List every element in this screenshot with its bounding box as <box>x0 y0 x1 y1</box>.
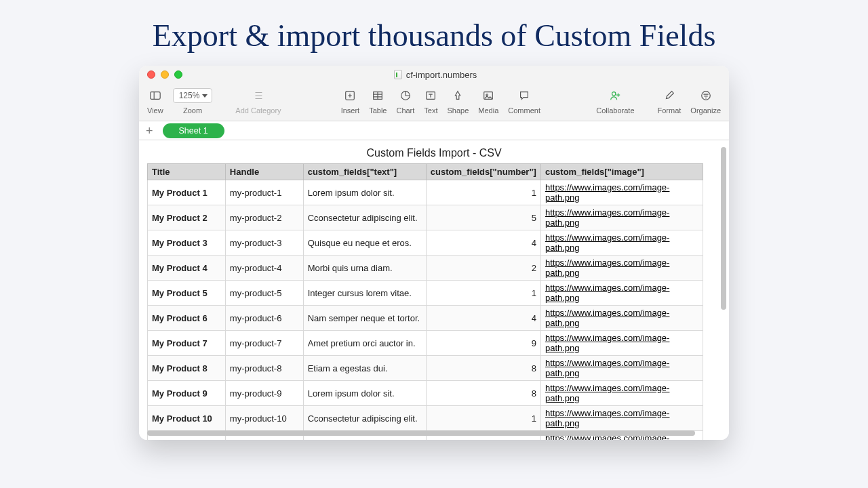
cell-image-link[interactable]: https://www.images.com/image-path.png <box>540 205 703 230</box>
col-header[interactable]: Title <box>148 164 226 180</box>
collaborate-label: Collaborate <box>596 106 634 115</box>
cell-title[interactable]: My Product 2 <box>148 205 226 230</box>
cell-title[interactable]: My Product 10 <box>148 406 226 431</box>
cell-image-link[interactable]: https://www.images.com/image-path.png <box>540 180 703 205</box>
col-header[interactable]: custom_fields["text"] <box>303 164 426 180</box>
cell-text[interactable]: Lorem ipsum dolor sit. <box>303 381 426 406</box>
filter-icon <box>700 89 712 102</box>
cell-handle[interactable]: my-product-6 <box>225 306 303 331</box>
organize-button[interactable]: Organize <box>690 83 721 115</box>
media-button[interactable]: Media <box>478 83 498 115</box>
pie-chart-icon <box>399 89 412 102</box>
table-header-row[interactable]: Title Handle custom_fields["text"] custo… <box>148 164 703 180</box>
table-row[interactable]: My Product 1my-product-1Lorem ipsum dolo… <box>148 180 703 205</box>
svg-point-21 <box>701 92 710 100</box>
cell-image-link[interactable]: https://www.images.com/image-path.png <box>540 406 703 431</box>
media-label: Media <box>478 106 498 115</box>
cell-image-link[interactable]: https://www.images.com/image-path.png <box>540 356 703 381</box>
insert-button[interactable]: Insert <box>341 83 360 115</box>
table-row[interactable]: My Product 5my-product-5Integer cursus l… <box>148 281 703 306</box>
minimize-button[interactable] <box>161 70 169 79</box>
zoom-label: Zoom <box>183 106 202 115</box>
table-row[interactable]: My Product 6my-product-6Nam semper neque… <box>148 306 703 331</box>
cell-title[interactable]: My Product 5 <box>148 281 226 306</box>
cell-image-link[interactable]: https://www.images.com/image-path.png <box>540 331 703 356</box>
cell-number[interactable]: 1 <box>426 281 540 306</box>
col-header[interactable]: custom_fields["number"] <box>426 164 540 180</box>
horizontal-scrollbar[interactable] <box>147 430 695 436</box>
cell-number[interactable]: 1 <box>426 180 540 205</box>
cell-image-link[interactable]: https://www.images.com/image-path.png <box>540 256 703 281</box>
table-row[interactable]: My Product 7my-product-7Amet pretium orc… <box>148 331 703 356</box>
table-title: Custom Fields Import - CSV <box>139 147 729 159</box>
cell-number[interactable]: 2 <box>426 256 540 281</box>
cell-title[interactable]: My Product 9 <box>148 381 226 406</box>
cell-handle[interactable]: my-product-5 <box>225 281 303 306</box>
cell-image-link[interactable]: https://www.images.com/image-path.png <box>540 381 703 406</box>
cell-text[interactable]: Amet pretium orci auctor in. <box>303 331 426 356</box>
cell-handle[interactable]: my-product-3 <box>225 230 303 256</box>
cell-number[interactable]: 5 <box>426 205 540 230</box>
add-category-button[interactable]: Add Category <box>235 83 281 115</box>
sheet-tab-active[interactable]: Sheet 1 <box>163 123 224 138</box>
table-row[interactable]: My Product 8my-product-8Etiam a egestas … <box>148 356 703 381</box>
zoom-select[interactable]: 125% Zoom <box>173 83 213 115</box>
table-button[interactable]: Table <box>369 83 387 115</box>
cell-handle[interactable]: my-product-2 <box>225 205 303 230</box>
col-header[interactable]: Handle <box>225 164 303 180</box>
chart-button[interactable]: Chart <box>396 83 414 115</box>
text-box-icon <box>425 89 437 102</box>
cell-text[interactable]: Morbi quis urna diam. <box>303 256 426 281</box>
cell-number[interactable]: 4 <box>426 230 540 256</box>
cell-image-link[interactable]: https://www.images.com/image-path.png <box>540 230 703 256</box>
cell-handle[interactable]: my-product-9 <box>225 381 303 406</box>
cell-text[interactable]: Nam semper neque et tortor. <box>303 306 426 331</box>
table-row[interactable]: My Product 4my-product-4Morbi quis urna … <box>148 256 703 281</box>
text-button[interactable]: Text <box>424 83 437 115</box>
close-button[interactable] <box>147 70 155 79</box>
cell-number[interactable]: 8 <box>426 381 540 406</box>
window-title: cf-import.numbers <box>182 70 688 80</box>
data-table[interactable]: Title Handle custom_fields["text"] custo… <box>147 163 703 440</box>
view-button[interactable]: View <box>147 83 163 115</box>
format-button[interactable]: Format <box>658 83 682 115</box>
comment-button[interactable]: Comment <box>508 83 540 115</box>
cell-title[interactable]: My Product 6 <box>148 306 226 331</box>
cell-number[interactable]: 4 <box>426 306 540 331</box>
sheet-bar: + Sheet 1 <box>139 121 729 140</box>
spreadsheet-area[interactable]: Custom Fields Import - CSV Title Handle … <box>139 140 729 440</box>
cell-text[interactable]: Quisque eu neque et eros. <box>303 230 426 256</box>
cell-title[interactable]: My Product 1 <box>148 180 226 205</box>
collaborate-button[interactable]: Collaborate <box>596 83 634 115</box>
add-sheet-button[interactable]: + <box>146 125 153 137</box>
fullscreen-button[interactable] <box>174 70 182 79</box>
cell-text[interactable]: Etiam a egestas dui. <box>303 356 426 381</box>
cell-number[interactable]: 1 <box>426 406 540 431</box>
table-row[interactable]: My Product 9my-product-9Lorem ipsum dolo… <box>148 381 703 406</box>
cell-handle[interactable]: my-product-10 <box>225 406 303 431</box>
table-row[interactable]: My Product 10my-product-10Cconsectetur a… <box>148 406 703 431</box>
cell-title[interactable]: My Product 8 <box>148 356 226 381</box>
cell-title[interactable]: My Product 4 <box>148 256 226 281</box>
shape-button[interactable]: Shape <box>448 83 469 115</box>
add-category-label: Add Category <box>235 106 281 115</box>
cell-text[interactable]: Cconsectetur adipiscing elit. <box>303 205 426 230</box>
table-row[interactable]: My Product 3my-product-3Quisque eu neque… <box>148 230 703 256</box>
cell-number[interactable]: 9 <box>426 331 540 356</box>
col-header[interactable]: custom_fields["image"] <box>540 164 703 180</box>
cell-text[interactable]: Cconsectetur adipiscing elit. <box>303 406 426 431</box>
cell-title[interactable]: My Product 7 <box>148 331 226 356</box>
cell-number[interactable]: 8 <box>426 356 540 381</box>
cell-handle[interactable]: my-product-4 <box>225 256 303 281</box>
cell-handle[interactable]: my-product-7 <box>225 331 303 356</box>
cell-image-link[interactable]: https://www.images.com/image-path.png <box>540 281 703 306</box>
cell-title[interactable]: My Product 3 <box>148 230 226 256</box>
cell-handle[interactable]: my-product-1 <box>225 180 303 205</box>
table-row[interactable]: My Product 2my-product-2Cconsectetur adi… <box>148 205 703 230</box>
cell-text[interactable]: Integer cursus lorem vitae. <box>303 281 426 306</box>
cell-image-link[interactable]: https://www.images.com/image-path.png <box>540 306 703 331</box>
cell-text[interactable]: Lorem ipsum dolor sit. <box>303 180 426 205</box>
vertical-scrollbar[interactable] <box>721 147 726 310</box>
cell-handle[interactable]: my-product-8 <box>225 356 303 381</box>
text-label: Text <box>424 106 437 115</box>
